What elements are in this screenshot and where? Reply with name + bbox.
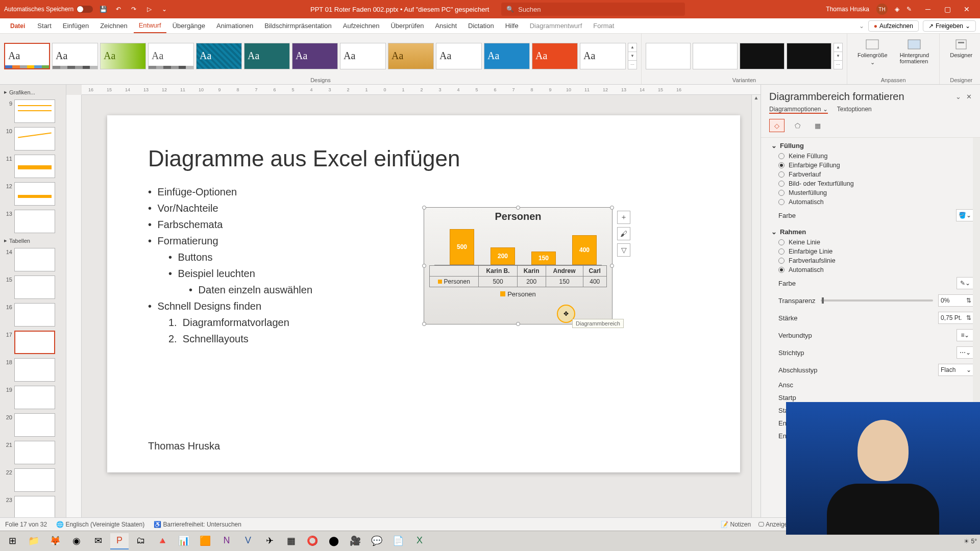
powerpoint-icon[interactable]: P	[110, 533, 129, 549]
theme-thumb[interactable]: Aa	[340, 43, 386, 69]
search-input[interactable]	[518, 6, 680, 13]
vlc-icon[interactable]: 🔺	[153, 533, 172, 549]
slide-size-button[interactable]: Foliengröße⌄	[851, 36, 894, 76]
border-color-picker[interactable]: ✎⌄	[957, 277, 974, 289]
chart-bar[interactable]: 500	[450, 229, 474, 265]
theme-thumb[interactable]: Aa	[580, 43, 626, 69]
chart-filters-button[interactable]: ▽	[617, 243, 630, 257]
chart-options-tab[interactable]: Diagrammoptionen ⌄	[769, 106, 828, 114]
resize-handle[interactable]	[516, 206, 520, 210]
tab-record[interactable]: Aufzeichnen	[338, 18, 385, 33]
slide-thumb[interactable]	[14, 276, 55, 299]
chart-styles-button[interactable]: 🖌	[617, 227, 630, 240]
resize-handle[interactable]	[610, 264, 614, 268]
theme-thumb[interactable]: Aa	[484, 43, 530, 69]
collapse-ribbon-icon[interactable]: ⌄	[859, 22, 864, 30]
user-name[interactable]: Thomas Hruska	[826, 6, 869, 13]
section-header[interactable]: ▸ Grafiken...	[0, 87, 66, 97]
chart-data-table[interactable]: Karin B.KarinAndrewCarl Personen50020015…	[429, 265, 607, 287]
resize-handle[interactable]	[422, 264, 426, 268]
theme-thumb[interactable]: Aa	[100, 43, 146, 69]
notes-button[interactable]: 📝 Notizen	[721, 521, 751, 528]
document-title[interactable]: PPT 01 Roter Faden 002.pptx • Auf "diese…	[310, 6, 489, 13]
app-icon[interactable]: 💬	[368, 533, 386, 549]
firefox-icon[interactable]: 🦊	[46, 533, 64, 549]
fill-picture-radio[interactable]: Bild- oder Texturfüllung	[771, 179, 974, 188]
vertical-scrollbar[interactable]: ▲	[751, 95, 761, 517]
designer-button[interactable]: Designer	[944, 36, 978, 76]
fill-solid-radio[interactable]: Einfarbige Füllung	[771, 161, 974, 170]
tab-animations[interactable]: Animationen	[211, 18, 258, 33]
fill-color-picker[interactable]: 🪣⌄	[956, 209, 974, 221]
zoom-icon[interactable]: 🎥	[346, 533, 364, 549]
dash-type-picker[interactable]: ⋯⌄	[957, 346, 974, 359]
transparency-input[interactable]: 0%⇅	[938, 294, 974, 307]
maximize-button[interactable]: ▢	[938, 3, 957, 15]
theme-thumb[interactable]: Aa	[4, 43, 50, 69]
variant-thumb[interactable]	[787, 43, 831, 69]
tab-dictation[interactable]: Dictation	[463, 18, 499, 33]
theme-thumb[interactable]: Aa	[292, 43, 338, 69]
share-button[interactable]: ↗Freigeben⌄	[923, 20, 976, 32]
slide-title[interactable]: Diagramme aus Excel einfügen	[148, 146, 699, 171]
app-icon[interactable]: 🗂	[132, 533, 150, 549]
accessibility-check[interactable]: ♿ Barrierefreiheit: Untersuchen	[154, 521, 241, 528]
tab-help[interactable]: Hilfe	[500, 18, 524, 33]
border-section-header[interactable]: ⌄ Rahmen	[771, 224, 974, 238]
slide-thumb[interactable]	[14, 441, 55, 464]
pane-options-icon[interactable]: ⌄	[955, 93, 961, 101]
language-indicator[interactable]: 🌐 Englisch (Vereinigte Staaten)	[56, 521, 144, 528]
record-button[interactable]: ●Aufzeichnen	[868, 20, 919, 32]
slide-thumb[interactable]	[14, 386, 55, 409]
file-explorer-icon[interactable]: 📁	[24, 533, 43, 549]
themes-gallery[interactable]: Aa Aa Aa Aa Aa Aa Aa Aa Aa Aa Aa Aa Aa ▲…	[4, 36, 637, 76]
chart-bar[interactable]: 200	[491, 247, 515, 265]
slide-thumb[interactable]	[14, 358, 55, 382]
theme-thumb[interactable]: Aa	[388, 43, 434, 69]
slide-thumb[interactable]	[14, 210, 55, 233]
tab-chart-design[interactable]: Diagrammentwurf	[525, 18, 587, 33]
line-gradient-radio[interactable]: Farbverlaufslinie	[771, 256, 974, 265]
slide-editor[interactable]: 1615141312111098765432101234567891011121…	[66, 85, 761, 517]
line-none-radio[interactable]: Keine Linie	[771, 238, 974, 247]
tab-format[interactable]: Format	[588, 18, 619, 33]
slide-thumb[interactable]	[14, 496, 55, 517]
pen-icon[interactable]: ✎	[906, 6, 912, 13]
save-icon[interactable]: 💾	[98, 4, 108, 14]
slide-thumb[interactable]	[14, 248, 55, 271]
fill-auto-radio[interactable]: Automatisch	[771, 197, 974, 207]
start-menu-icon[interactable]: ⊞	[3, 533, 21, 549]
tab-view[interactable]: Ansicht	[430, 18, 462, 33]
variant-thumb[interactable]	[693, 43, 738, 69]
tab-slideshow[interactable]: Bildschirmpräsentation	[259, 18, 337, 33]
user-avatar[interactable]: TH	[876, 4, 888, 15]
resize-handle[interactable]	[422, 322, 426, 326]
slide-thumb[interactable]	[14, 127, 55, 151]
fill-section-header[interactable]: ⌄ Füllung	[771, 138, 974, 152]
onenote-icon[interactable]: N	[217, 533, 236, 549]
app-icon[interactable]: 🟧	[196, 533, 214, 549]
gallery-spinner[interactable]: ▲▼⋯	[834, 43, 843, 69]
slide-panel[interactable]: ▸ Grafiken... 9 10 11 12 13 ▸ Tabellen 1…	[0, 85, 66, 517]
theme-thumb[interactable]: Aa	[148, 43, 194, 69]
excel-icon[interactable]: X	[410, 533, 429, 549]
chart-bar[interactable]: 150	[531, 252, 556, 265]
line-solid-radio[interactable]: Einfarbige Linie	[771, 247, 974, 256]
slide-thumb[interactable]	[14, 468, 55, 492]
theme-thumb[interactable]: Aa	[196, 43, 242, 69]
size-props-icon[interactable]: ▦	[810, 119, 825, 132]
text-options-tab[interactable]: Textoptionen	[837, 106, 872, 114]
slide-thumb[interactable]	[14, 182, 55, 206]
variants-gallery[interactable]: ▲▼⋯	[646, 36, 843, 76]
weather-widget[interactable]: ☀ 5°	[964, 538, 977, 545]
outlook-icon[interactable]: ✉	[89, 533, 107, 549]
qat-more-icon[interactable]: ⌄	[159, 4, 169, 14]
transparency-slider[interactable]	[821, 299, 934, 302]
visio-icon[interactable]: V	[239, 533, 257, 549]
slide-thumb[interactable]	[14, 303, 55, 327]
resize-handle[interactable]	[610, 206, 614, 210]
fill-pattern-radio[interactable]: Musterfüllung	[771, 188, 974, 197]
diamond-icon[interactable]: ◈	[895, 6, 899, 13]
slide-thumb[interactable]	[14, 413, 55, 437]
pane-close-icon[interactable]: ✕	[966, 93, 972, 101]
